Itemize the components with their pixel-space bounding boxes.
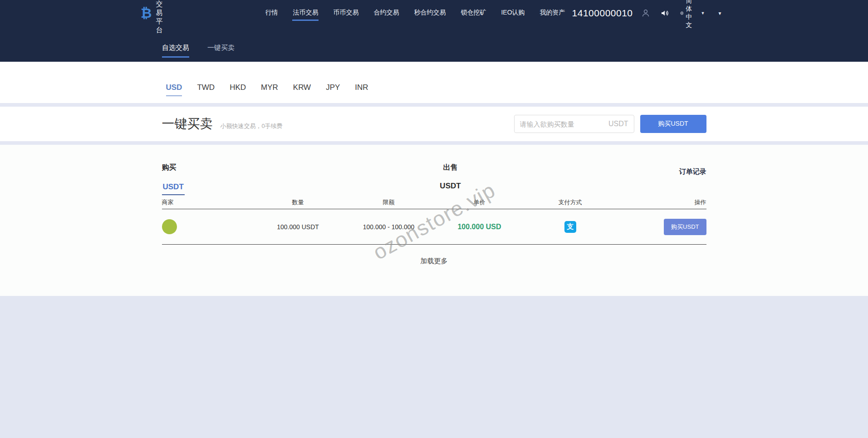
load-more-button[interactable]: 加载更多 — [162, 257, 706, 266]
row-unit-price: 100.000 USD — [434, 223, 525, 231]
currency-tab-myr[interactable]: MYR — [261, 83, 278, 96]
language-selector[interactable]: 简体中文 ▼ — [680, 0, 705, 30]
buy-side-block: 购买 USDT — [162, 163, 185, 195]
currency-section: USD TWD HKD MYR KRW JPY INR — [0, 62, 868, 103]
currency-tab-usd[interactable]: USD — [166, 83, 182, 96]
sell-side-block: 出售 USDT — [440, 163, 461, 191]
section-divider — [0, 103, 868, 107]
nav-item-lockup-mining[interactable]: 锁仓挖矿 — [460, 6, 486, 21]
nav-item-second-contract[interactable]: 秒合约交易 — [413, 6, 446, 21]
merchant-table: 商家 数量 限额 单价 支付方式 操作 100.000 USDT 100.000… — [162, 196, 706, 245]
currency-tab-krw[interactable]: KRW — [293, 83, 311, 96]
platform-logo[interactable]: ₿ | 交易平台 — [141, 0, 162, 34]
footer-empty-area — [0, 296, 868, 438]
col-header-merchant: 商家 — [162, 198, 253, 207]
sub-nav-row: 自选交易 一键买卖 — [0, 26, 868, 62]
currency-tab-twd[interactable]: TWD — [197, 83, 215, 96]
nav-item-contract-trade[interactable]: 合约交易 — [373, 6, 399, 21]
announcement-speaker-icon[interactable] — [660, 9, 669, 18]
input-unit-label: USDT — [608, 120, 628, 128]
nav-right-cluster: 14100000010 简体中 — [572, 0, 722, 30]
merchant-avatar — [162, 219, 177, 234]
buy-usdt-button[interactable]: 购买USDT — [640, 115, 706, 133]
table-header-row: 商家 数量 限额 单价 支付方式 操作 — [162, 196, 706, 209]
globe-icon — [680, 9, 684, 17]
main-nav: 行情 法币交易 币币交易 合约交易 秒合约交易 锁仓挖矿 IEO认购 我的资产 — [265, 6, 565, 21]
alipay-icon: 支 — [564, 221, 576, 233]
sell-coin-usdt[interactable]: USDT — [440, 182, 461, 191]
main-nav-row: ₿ | 交易平台 行情 法币交易 币币交易 合约交易 秒合约交易 锁仓挖矿 IE… — [0, 0, 868, 26]
section-divider — [0, 141, 868, 145]
order-history-link[interactable]: 订单记录 — [679, 167, 706, 176]
col-header-limit: 限额 — [343, 198, 434, 207]
col-header-action: 操作 — [616, 198, 706, 207]
coin-logo-icon: ₿ — [141, 6, 152, 20]
currency-tab-jpy[interactable]: JPY — [326, 83, 340, 96]
currency-tab-hkd[interactable]: HKD — [230, 83, 246, 96]
tab-optional-trade[interactable]: 自选交易 — [162, 44, 189, 58]
quick-trade-title: 一键买卖 — [162, 115, 213, 133]
nav-item-spot-trade[interactable]: 币币交易 — [333, 6, 359, 21]
nav-item-market[interactable]: 行情 — [265, 6, 278, 21]
nav-item-ieo[interactable]: IEO认购 — [500, 6, 525, 21]
currency-tab-inr[interactable]: INR — [355, 83, 368, 96]
top-header: ₿ | 交易平台 行情 法币交易 币币交易 合约交易 秒合约交易 锁仓挖矿 IE… — [0, 0, 868, 62]
nav-item-fiat-trade[interactable]: 法币交易 — [292, 6, 319, 21]
col-header-amount: 数量 — [253, 198, 343, 207]
more-dropdown-icon[interactable]: ▼ — [717, 11, 722, 16]
row-amount: 100.000 USDT — [253, 223, 343, 231]
account-balance: 14100000010 — [572, 8, 633, 19]
table-row: 100.000 USDT 100.000 - 100.000 100.000 U… — [162, 209, 706, 245]
logo-title: | 交易平台 — [156, 0, 162, 34]
quick-trade-subtitle: 小额快速交易，0手续费 — [221, 122, 283, 130]
buy-coin-tab-usdt[interactable]: USDT — [162, 182, 185, 195]
chevron-down-icon: ▼ — [701, 11, 705, 15]
tab-one-click-trade[interactable]: 一键买卖 — [207, 44, 235, 58]
row-buy-usdt-button[interactable]: 购买USDT — [664, 219, 706, 235]
user-profile-icon[interactable] — [641, 9, 650, 18]
col-header-price: 单价 — [434, 198, 525, 207]
currency-tabs: USD TWD HKD MYR KRW JPY INR — [162, 83, 706, 103]
buy-label: 购买 — [162, 163, 185, 172]
market-section: 购买 USDT 出售 USDT 订单记录 商家 数量 限额 单价 支付方式 操作 — [0, 145, 868, 296]
quick-trade-section: 一键买卖 小额快速交易，0手续费 USDT 购买USDT — [0, 107, 868, 141]
nav-item-my-assets[interactable]: 我的资产 — [539, 6, 566, 21]
row-limit: 100.000 - 100.000 — [343, 223, 434, 231]
language-label: 简体中文 — [686, 0, 696, 30]
col-header-payment: 支付方式 — [525, 198, 616, 207]
sell-label: 出售 — [440, 163, 461, 172]
